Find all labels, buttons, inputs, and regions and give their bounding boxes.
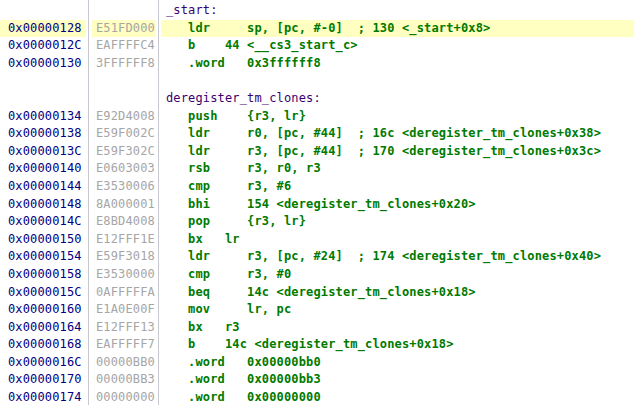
disasm-row[interactable]: _start: [0,2,634,20]
machine-code-cell: 3FFFFFF8 [92,55,156,73]
instruction-text: cmp r3, #0 [161,266,634,284]
address-cell: 0x00000160 [0,301,86,319]
disasm-row[interactable]: 0x00000168 EAFFFFF7 b 14c <deregister_tm… [0,336,634,354]
disasm-row[interactable]: 0x00000174 00000000 .word 0x00000000 [0,389,634,405]
address-cell: 0x00000140 [0,160,86,178]
disasm-row[interactable]: 0x00000160 E1A0E00F mov lr, pc [0,301,634,319]
machine-code-cell: E12FFF13 [92,319,156,337]
disasm-row[interactable]: 0x00000140 E0603003 rsb r3, r0, r3 [0,160,634,178]
machine-code-cell: E1A0E00F [92,301,156,319]
machine-code-cell: E92D4008 [92,108,156,126]
address-cell: 0x00000134 [0,108,86,126]
disassembly-listing: _start: 0x00000128 E51FD000 ldr sp, [pc,… [0,0,634,405]
address-cell: 0x00000174 [0,389,86,405]
address-cell: 0x00000148 [0,196,86,214]
address-cell: 0x00000150 [0,231,86,249]
machine-code-cell [92,2,156,20]
symbol-label: _start: [161,2,634,20]
address-column-separator [88,0,89,405]
disasm-row[interactable]: 0x00000130 3FFFFFF8 .word 0x3ffffff8 [0,55,634,73]
machine-code-cell: E0603003 [92,160,156,178]
instruction-text: ldr r3, [pc, #44] ; 170 <deregister_tm_c… [161,143,634,161]
instruction-text: beq 14c <deregister_tm_clones+0x18> [161,284,634,302]
instruction-text: pop {r3, lr} [161,213,634,231]
disasm-row[interactable]: 0x00000128 E51FD000 ldr sp, [pc, #-0] ; … [0,20,634,38]
instruction-text: b 14c <deregister_tm_clones+0x18> [161,336,634,354]
instruction-text: .word 0x00000bb3 [161,371,634,389]
disasm-row[interactable]: 0x00000170 00000BB3 .word 0x00000bb3 [0,371,634,389]
machine-code-cell: E59F302C [92,143,156,161]
address-cell: 0x0000012C [0,37,86,55]
machine-code-cell: 8A000001 [92,196,156,214]
instruction-text [161,72,634,90]
address-cell: 0x0000016C [0,354,86,372]
address-cell: 0x00000138 [0,125,86,143]
instruction-text: cmp r3, #6 [161,178,634,196]
disasm-row[interactable]: 0x00000138 E59F002C ldr r0, [pc, #44] ; … [0,125,634,143]
address-cell: 0x0000015C [0,284,86,302]
address-cell: 0x00000158 [0,266,86,284]
machine-code-cell [92,72,156,90]
address-cell [0,2,86,20]
machine-code-cell: E51FD000 [92,20,156,38]
instruction-text: ldr r3, [pc, #24] ; 174 <deregister_tm_c… [161,248,634,266]
address-cell: 0x0000014C [0,213,86,231]
address-cell: 0x00000130 [0,55,86,73]
machine-code-cell: E59F002C [92,125,156,143]
machine-code-cell: E8BD4008 [92,213,156,231]
instruction-text: b 44 <__cs3_start_c> [161,37,634,55]
address-cell [0,72,86,90]
disasm-row[interactable] [0,72,634,90]
machine-code-cell: 00000BB3 [92,371,156,389]
machine-code-cell: 00000000 [92,389,156,405]
machine-code-cell: E3530000 [92,266,156,284]
machine-code-cell: E3530006 [92,178,156,196]
disasm-row[interactable]: deregister_tm_clones: [0,90,634,108]
disasm-row[interactable]: 0x00000150 E12FFF1E bx lr [0,231,634,249]
instruction-text: bx lr [161,231,634,249]
address-cell: 0x00000170 [0,371,86,389]
disasm-row[interactable]: 0x00000158 E3530000 cmp r3, #0 [0,266,634,284]
machine-code-cell: E12FFF1E [92,231,156,249]
instruction-text: .word 0x3ffffff8 [161,55,634,73]
disasm-row[interactable]: 0x0000014C E8BD4008 pop {r3, lr} [0,213,634,231]
address-cell: 0x00000128 [0,20,86,38]
address-cell: 0x00000168 [0,336,86,354]
address-cell: 0x00000164 [0,319,86,337]
disasm-row[interactable]: 0x00000134 E92D4008 push {r3, lr} [0,108,634,126]
machine-code-cell: EAFFFFC4 [92,37,156,55]
instruction-text: .word 0x00000bb0 [161,354,634,372]
instruction-text: ldr r0, [pc, #44] ; 16c <deregister_tm_c… [161,125,634,143]
instruction-text: push {r3, lr} [161,108,634,126]
disasm-row[interactable]: 0x0000012C EAFFFFC4 b 44 <__cs3_start_c> [0,37,634,55]
disasm-row[interactable]: 0x00000148 8A000001 bhi 154 <deregister_… [0,196,634,214]
instruction-text: bx r3 [161,319,634,337]
disasm-row[interactable]: 0x0000015C 0AFFFFFA beq 14c <deregister_… [0,284,634,302]
instruction-text: bhi 154 <deregister_tm_clones+0x20> [161,196,634,214]
disasm-row[interactable]: 0x00000164 E12FFF13 bx r3 [0,319,634,337]
disasm-row[interactable]: 0x0000013C E59F302C ldr r3, [pc, #44] ; … [0,143,634,161]
disasm-row[interactable]: 0x00000144 E3530006 cmp r3, #6 [0,178,634,196]
disasm-row[interactable]: 0x0000016C 00000BB0 .word 0x00000bb0 [0,354,634,372]
symbol-label: deregister_tm_clones: [161,90,634,108]
machine-code-cell: 00000BB0 [92,354,156,372]
address-cell: 0x0000013C [0,143,86,161]
address-cell: 0x00000154 [0,248,86,266]
disasm-row[interactable]: 0x00000154 E59F3018 ldr r3, [pc, #24] ; … [0,248,634,266]
machine-code-cell: EAFFFFF7 [92,336,156,354]
opcode-column-separator [158,0,159,405]
instruction-text: rsb r3, r0, r3 [161,160,634,178]
machine-code-cell: E59F3018 [92,248,156,266]
instruction-text: .word 0x00000000 [161,389,634,405]
address-cell: 0x00000144 [0,178,86,196]
machine-code-cell: 0AFFFFFA [92,284,156,302]
machine-code-cell [92,90,156,108]
disassembly-rows: _start: 0x00000128 E51FD000 ldr sp, [pc,… [0,2,634,405]
instruction-text: mov lr, pc [161,301,634,319]
instruction-text: ldr sp, [pc, #-0] ; 130 <_start+0x8> [161,20,634,38]
address-cell [0,90,86,108]
